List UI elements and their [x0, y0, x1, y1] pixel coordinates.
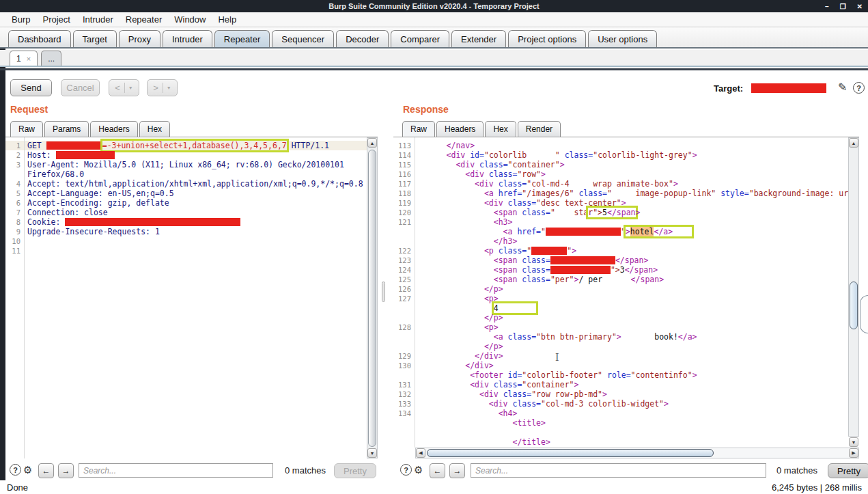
- line-number: 8: [5, 217, 24, 227]
- request-pretty-button[interactable]: Pretty: [334, 463, 376, 478]
- response-tab-hex[interactable]: Hex: [485, 121, 516, 137]
- code-token: [560, 150, 565, 160]
- code-token: <p>: [418, 323, 499, 332]
- search-prev-button[interactable]: ←: [38, 463, 54, 478]
- scroll-left-icon[interactable]: ◀: [416, 448, 425, 458]
- line-number: [393, 370, 415, 380]
- tab-comparer[interactable]: Comparer: [391, 30, 449, 47]
- response-scrollbar-thumb[interactable]: [850, 282, 858, 329]
- panel-divider-handle[interactable]: [382, 282, 385, 302]
- line-number: 115: [393, 160, 415, 169]
- tab-sequencer[interactable]: Sequencer: [272, 30, 334, 47]
- gear-icon[interactable]: ⚙: [23, 464, 32, 476]
- code-token: "per": [550, 275, 574, 284]
- tab-decoder[interactable]: Decoder: [336, 30, 389, 47]
- line-number: 126: [393, 284, 415, 294]
- close-icon[interactable]: ✕: [857, 3, 863, 10]
- menu-project[interactable]: Project: [36, 14, 76, 25]
- tab-project-options[interactable]: Project options: [508, 30, 586, 47]
- code-line: 8Cookie:: [5, 217, 367, 227]
- response-search-input[interactable]: [471, 463, 766, 478]
- pencil-icon[interactable]: ✎: [838, 81, 847, 94]
- menu-help[interactable]: Help: [212, 14, 242, 25]
- request-tab-headers[interactable]: Headers: [90, 121, 137, 137]
- chevron-left-icon: <: [115, 83, 125, 93]
- code-line: 6Accept-Encoding: gzip, deflate: [5, 198, 367, 208]
- scroll-down-icon[interactable]: ▼: [367, 448, 377, 458]
- previous-request-button[interactable]: < ▼: [109, 79, 139, 96]
- response-tab-raw[interactable]: Raw: [402, 121, 435, 137]
- response-tab-headers[interactable]: Headers: [436, 121, 484, 137]
- code-token: </p>: [418, 313, 503, 323]
- maximize-icon[interactable]: ❐: [840, 3, 846, 10]
- response-hscrollbar-thumb[interactable]: [427, 449, 714, 457]
- code-content: Cookie:: [24, 217, 240, 227]
- tab-repeater[interactable]: Repeater: [214, 30, 270, 47]
- tab-dashboard[interactable]: Dashboard: [8, 30, 71, 47]
- code-content: </div>: [415, 361, 494, 370]
- search-next-button[interactable]: →: [449, 463, 465, 478]
- response-vertical-scrollbar[interactable]: ▲: [848, 137, 859, 437]
- scroll-up-icon[interactable]: ▲: [367, 138, 377, 148]
- panel-edge-handle[interactable]: [860, 295, 868, 333]
- code-content: <span class=" star">5</span>: [415, 208, 640, 217]
- code-line: 127 <p>: [393, 294, 848, 303]
- text-cursor: I: [555, 352, 559, 363]
- response-horizontal-scrollbar[interactable]: ◀ ▶: [415, 448, 859, 458]
- scroll-down-icon[interactable]: ▼: [849, 437, 858, 447]
- code-token: class=: [489, 169, 518, 179]
- tab-proxy[interactable]: Proxy: [119, 30, 160, 47]
- repeater-tab-1[interactable]: 1×: [10, 51, 38, 66]
- help-icon[interactable]: ?: [400, 464, 412, 476]
- code-line: <a href="">hotel</a>: [393, 227, 848, 236]
- code-token: Accept-Language: en-US,en;q=0.5: [27, 189, 174, 198]
- next-request-button[interactable]: > ▼: [147, 79, 178, 96]
- menu-window[interactable]: Window: [168, 14, 212, 25]
- code-line: 131 <div class="container">: [393, 380, 848, 389]
- search-prev-button[interactable]: ←: [430, 463, 445, 478]
- scroll-up-icon[interactable]: ▲: [849, 138, 858, 148]
- code-token: <title>: [418, 418, 546, 428]
- response-tab-render[interactable]: Render: [518, 121, 561, 137]
- scroll-right-icon[interactable]: ▶: [849, 448, 858, 458]
- tab-target[interactable]: Target: [73, 30, 117, 47]
- title-bar: Burp Suite Community Edition v2020.4 - T…: [0, 0, 868, 12]
- request-scrollbar-thumb[interactable]: [368, 150, 376, 447]
- code-content: [24, 246, 27, 256]
- gear-icon[interactable]: ⚙: [414, 464, 423, 476]
- request-tab-params[interactable]: Params: [44, 121, 89, 137]
- menu-burp[interactable]: Burp: [5, 14, 36, 25]
- code-content: <div class="row">: [415, 169, 546, 179]
- help-icon[interactable]: ?: [10, 464, 21, 476]
- request-editor[interactable]: 1GET =-3+union+select+1,database(),3,4,5…: [5, 137, 367, 458]
- close-tab-icon[interactable]: ×: [27, 55, 31, 63]
- code-line: 9Upgrade-Insecure-Requests: 1: [5, 227, 367, 236]
- tab-user-options[interactable]: User options: [588, 30, 657, 47]
- code-line: <footer id="colorlib-footer" role="conte…: [393, 370, 848, 380]
- help-icon[interactable]: ?: [853, 82, 865, 94]
- request-tab-hex[interactable]: Hex: [139, 121, 170, 137]
- code-content: [24, 236, 27, 246]
- line-number: [393, 428, 415, 437]
- code-content: </h3>: [415, 236, 517, 246]
- search-next-button[interactable]: →: [58, 463, 74, 478]
- menu-repeater[interactable]: Repeater: [120, 14, 168, 25]
- response-editor[interactable]: 113 </nav>114 <div id="colorlib " class=…: [393, 137, 848, 448]
- send-button[interactable]: Send: [10, 79, 52, 96]
- minimize-icon[interactable]: –: [825, 3, 829, 10]
- request-tab-raw[interactable]: Raw: [10, 121, 43, 137]
- tab-extender[interactable]: Extender: [451, 30, 506, 47]
- repeater-tab-...[interactable]: ...: [41, 51, 61, 66]
- code-token: <span: [418, 265, 522, 275]
- line-number: [393, 227, 415, 236]
- tab-intruder[interactable]: Intruder: [163, 30, 212, 47]
- code-line: 132 <div class="row row-pb-md">: [393, 389, 848, 399]
- code-token: <span: [418, 275, 522, 284]
- request-vertical-scrollbar[interactable]: ▲ ▼: [367, 137, 378, 458]
- request-search-input[interactable]: [79, 463, 273, 478]
- cancel-button[interactable]: Cancel: [61, 79, 100, 96]
- code-token: >: [636, 208, 641, 217]
- response-pretty-button[interactable]: Pretty: [828, 463, 868, 478]
- code-token: "colorlib ": [484, 150, 560, 160]
- menu-intruder[interactable]: Intruder: [76, 14, 120, 25]
